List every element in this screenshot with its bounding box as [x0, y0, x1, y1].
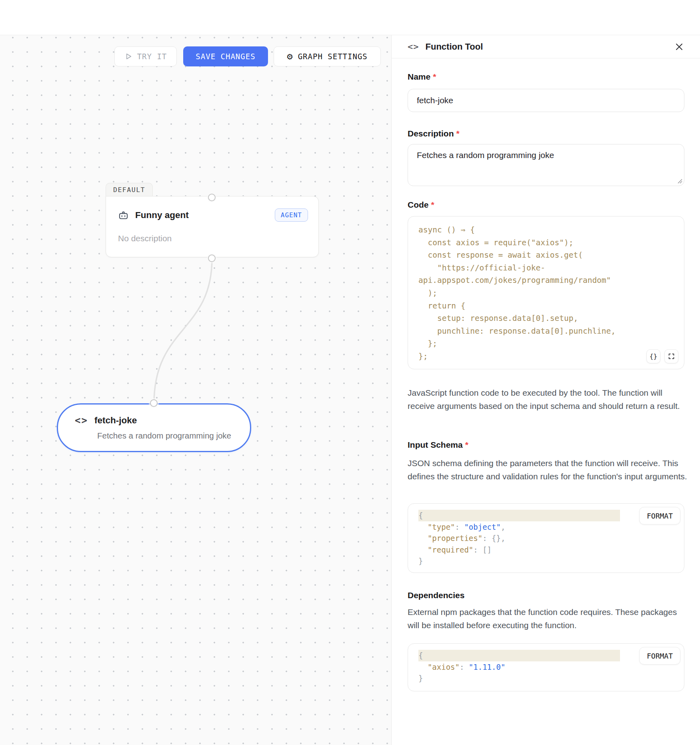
description-input[interactable]: Fetches a random programming joke	[408, 144, 684, 186]
dependencies-lines: { "axios": "1.11.0"}	[418, 650, 676, 684]
agent-node-bottom-handle[interactable]	[208, 254, 216, 262]
code-help-text: JavaScript function code to be executed …	[408, 387, 688, 413]
required-asterisk: *	[456, 129, 460, 138]
input-schema-editor[interactable]: { "type": "object", "properties": {}, "r…	[408, 503, 684, 573]
save-changes-button[interactable]: SAVE CHANGES	[183, 46, 268, 66]
input-schema-lines: { "type": "object", "properties": {}, "r…	[418, 510, 676, 567]
group-tab-label: DEFAULT	[113, 186, 145, 194]
try-it-button[interactable]: TRY IT	[114, 46, 177, 66]
code-label: Code*	[408, 200, 434, 210]
top-bar	[0, 0, 700, 35]
dependencies-help-text: External npm packages that the function …	[408, 606, 688, 632]
fullscreen-button[interactable]	[664, 349, 678, 363]
description-label: Description*	[408, 129, 460, 138]
dependencies-editor[interactable]: { "axios": "1.11.0"} FORMAT	[408, 643, 684, 691]
braces-icon: {}	[650, 352, 657, 360]
function-tool-panel: <> Function Tool Name* Description* Fetc…	[391, 35, 700, 745]
dependencies-label: Dependencies	[408, 591, 464, 600]
node-edge	[0, 35, 391, 745]
graph-settings-button[interactable]: ⚙ GRAPH SETTINGS	[274, 46, 381, 66]
panel-header: <> Function Tool	[392, 35, 700, 58]
save-changes-label: SAVE CHANGES	[196, 52, 255, 61]
group-tab-default[interactable]: DEFAULT	[106, 183, 153, 196]
required-asterisk: *	[465, 440, 468, 449]
name-label: Name*	[408, 72, 436, 82]
name-input[interactable]	[408, 89, 684, 112]
input-schema-help-text: JSON schema defining the parameters that…	[408, 457, 688, 483]
panel-title: Function Tool	[426, 42, 483, 52]
agent-badge: AGENT	[275, 208, 308, 222]
play-icon	[124, 52, 132, 60]
tool-node-title: fetch-joke	[94, 415, 137, 426]
code-editor[interactable]: async () ⇒ { const axios = require("axio…	[408, 216, 684, 369]
graph-settings-label: GRAPH SETTINGS	[298, 52, 368, 61]
format-braces-button[interactable]: {}	[646, 349, 660, 363]
format-button[interactable]: FORMAT	[639, 647, 680, 665]
app-window: TRY IT SAVE CHANGES ⚙ GRAPH SETTINGS DEF…	[0, 0, 700, 745]
code-editor-lines: async () ⇒ { const axios = require("axio…	[418, 224, 676, 363]
code-icon: <>	[75, 415, 88, 426]
fullscreen-icon	[668, 353, 675, 360]
required-asterisk: *	[431, 200, 434, 209]
code-icon: <>	[408, 42, 419, 52]
robot-icon	[118, 210, 129, 220]
try-it-label: TRY IT	[137, 52, 167, 61]
input-schema-label: Input Schema*	[408, 440, 468, 450]
agent-node-title: Funny agent	[135, 210, 189, 220]
tool-node-description: Fetches a random programming joke	[97, 431, 231, 441]
close-icon[interactable]	[674, 41, 685, 52]
agent-node-description: No description	[118, 234, 172, 243]
format-button[interactable]: FORMAT	[639, 507, 680, 525]
tool-node-top-handle[interactable]	[150, 399, 158, 407]
agent-node-top-handle[interactable]	[208, 194, 216, 201]
required-asterisk: *	[433, 72, 436, 81]
gear-icon: ⚙	[287, 52, 293, 61]
graph-canvas[interactable]: TRY IT SAVE CHANGES ⚙ GRAPH SETTINGS DEF…	[0, 35, 391, 745]
node-funny-agent[interactable]: Funny agent AGENT No description	[106, 196, 319, 257]
node-fetch-joke[interactable]: <> fetch-joke Fetches a random programmi…	[57, 403, 251, 452]
